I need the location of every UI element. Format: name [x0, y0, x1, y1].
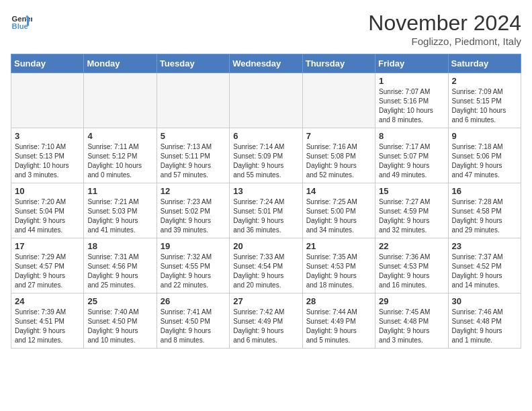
title-area: November 2024 Foglizzo, Piedmont, Italy	[368, 11, 521, 47]
cell-text: and 22 minutes.	[161, 281, 226, 290]
cell-text: and 8 minutes.	[379, 116, 444, 125]
cell-text: and 18 minutes.	[306, 281, 371, 290]
calendar-cell: 18Sunrise: 7:31 AMSunset: 4:56 PMDayligh…	[84, 238, 157, 293]
calendar-cell: 1Sunrise: 7:07 AMSunset: 5:16 PMDaylight…	[375, 73, 448, 128]
cell-text: Sunset: 4:53 PM	[379, 262, 444, 271]
cell-text: Sunset: 5:15 PM	[452, 97, 517, 106]
cell-text: Daylight: 9 hours	[379, 271, 444, 281]
cell-text: Sunset: 4:51 PM	[15, 317, 80, 326]
cell-text: Sunset: 5:08 PM	[306, 152, 371, 161]
calendar-cell: 10Sunrise: 7:20 AMSunset: 5:04 PMDayligh…	[11, 183, 84, 238]
day-number: 17	[15, 241, 80, 251]
cell-text: Sunrise: 7:13 AM	[161, 142, 226, 152]
calendar-cell: 21Sunrise: 7:35 AMSunset: 4:53 PMDayligh…	[302, 238, 375, 293]
cell-text: Sunset: 4:50 PM	[161, 317, 226, 326]
weekday-header-thursday: Thursday	[302, 54, 375, 73]
cell-text: Sunrise: 7:20 AM	[15, 197, 80, 207]
day-number: 10	[15, 186, 80, 196]
cell-text: Daylight: 10 hours	[379, 106, 444, 116]
day-number: 14	[306, 186, 371, 196]
cell-text: and 49 minutes.	[379, 171, 444, 180]
cell-text: Sunset: 5:16 PM	[379, 97, 444, 106]
cell-text: Sunrise: 7:36 AM	[379, 253, 444, 262]
cell-text: Sunrise: 7:09 AM	[452, 87, 517, 97]
cell-text: Sunset: 4:54 PM	[233, 262, 298, 271]
cell-text: Sunrise: 7:41 AM	[161, 308, 226, 317]
week-row-3: 17Sunrise: 7:29 AMSunset: 4:57 PMDayligh…	[11, 238, 521, 293]
cell-text: Sunset: 4:49 PM	[306, 317, 371, 326]
cell-text: Sunset: 5:07 PM	[379, 152, 444, 161]
calendar-cell: 8Sunrise: 7:17 AMSunset: 5:07 PMDaylight…	[375, 128, 448, 183]
calendar-cell: 9Sunrise: 7:18 AMSunset: 5:06 PMDaylight…	[448, 128, 521, 183]
weekday-header-wednesday: Wednesday	[230, 54, 302, 73]
day-number: 2	[452, 76, 517, 86]
day-number: 7	[306, 131, 371, 141]
cell-text: Sunrise: 7:39 AM	[15, 308, 80, 317]
day-number: 18	[87, 241, 152, 251]
cell-text: Daylight: 9 hours	[161, 271, 226, 281]
calendar-cell: 30Sunrise: 7:46 AMSunset: 4:48 PMDayligh…	[448, 293, 521, 349]
cell-text: Daylight: 9 hours	[87, 271, 152, 281]
cell-text: Daylight: 9 hours	[233, 161, 298, 171]
cell-text: Sunrise: 7:44 AM	[306, 308, 371, 317]
cell-text: Sunset: 5:01 PM	[233, 207, 298, 216]
calendar-cell: 4Sunrise: 7:11 AMSunset: 5:12 PMDaylight…	[84, 128, 157, 183]
cell-text: Daylight: 9 hours	[452, 326, 517, 336]
weekday-header-tuesday: Tuesday	[157, 54, 229, 73]
weekday-header-sunday: Sunday	[11, 54, 84, 73]
day-number: 21	[306, 241, 371, 251]
cell-text: and 27 minutes.	[15, 281, 80, 290]
cell-text: and 6 minutes.	[233, 336, 298, 345]
cell-text: Sunrise: 7:35 AM	[306, 253, 371, 262]
day-number: 22	[379, 241, 444, 251]
cell-text: Sunset: 5:04 PM	[15, 207, 80, 216]
calendar-cell	[230, 73, 302, 128]
cell-text: Sunset: 5:00 PM	[306, 207, 371, 216]
calendar-cell	[11, 73, 84, 128]
cell-text: Sunset: 4:52 PM	[452, 262, 517, 271]
calendar-cell	[84, 73, 157, 128]
calendar-table: SundayMondayTuesdayWednesdayThursdayFrid…	[11, 54, 521, 349]
cell-text: Sunrise: 7:24 AM	[233, 197, 298, 207]
calendar-cell: 29Sunrise: 7:45 AMSunset: 4:48 PMDayligh…	[375, 293, 448, 349]
cell-text: and 39 minutes.	[161, 226, 226, 235]
cell-text: and 34 minutes.	[306, 226, 371, 235]
cell-text: Daylight: 9 hours	[452, 216, 517, 226]
cell-text: Daylight: 9 hours	[306, 216, 371, 226]
day-number: 30	[452, 296, 517, 306]
cell-text: and 0 minutes.	[87, 171, 152, 180]
calendar-cell: 13Sunrise: 7:24 AMSunset: 5:01 PMDayligh…	[230, 183, 302, 238]
cell-text: Daylight: 10 hours	[452, 106, 517, 116]
cell-text: Sunset: 5:03 PM	[87, 207, 152, 216]
cell-text: Sunset: 5:02 PM	[161, 207, 226, 216]
cell-text: Sunrise: 7:21 AM	[87, 197, 152, 207]
cell-text: Daylight: 9 hours	[233, 326, 298, 336]
day-number: 4	[87, 131, 152, 141]
cell-text: Sunrise: 7:07 AM	[379, 87, 444, 97]
day-number: 19	[161, 241, 226, 251]
cell-text: Daylight: 9 hours	[452, 161, 517, 171]
cell-text: Sunrise: 7:18 AM	[452, 142, 517, 152]
month-title: November 2024	[368, 11, 521, 36]
calendar-cell: 24Sunrise: 7:39 AMSunset: 4:51 PMDayligh…	[11, 293, 84, 349]
cell-text: Sunrise: 7:29 AM	[15, 253, 80, 262]
svg-text:Blue: Blue	[12, 22, 28, 30]
weekday-header-row: SundayMondayTuesdayWednesdayThursdayFrid…	[11, 54, 521, 73]
calendar-cell: 14Sunrise: 7:25 AMSunset: 5:00 PMDayligh…	[302, 183, 375, 238]
cell-text: and 6 minutes.	[452, 116, 517, 125]
cell-text: Sunrise: 7:31 AM	[87, 253, 152, 262]
cell-text: Sunset: 5:12 PM	[87, 152, 152, 161]
cell-text: Sunset: 5:11 PM	[161, 152, 226, 161]
cell-text: Sunrise: 7:10 AM	[15, 142, 80, 152]
cell-text: Sunrise: 7:40 AM	[87, 308, 152, 317]
day-number: 8	[379, 131, 444, 141]
cell-text: Daylight: 9 hours	[233, 216, 298, 226]
calendar-cell: 12Sunrise: 7:23 AMSunset: 5:02 PMDayligh…	[157, 183, 229, 238]
cell-text: and 29 minutes.	[452, 226, 517, 235]
cell-text: Daylight: 9 hours	[15, 216, 80, 226]
cell-text: and 57 minutes.	[161, 171, 226, 180]
calendar-cell: 6Sunrise: 7:14 AMSunset: 5:09 PMDaylight…	[230, 128, 302, 183]
calendar-cell: 23Sunrise: 7:37 AMSunset: 4:52 PMDayligh…	[448, 238, 521, 293]
cell-text: Daylight: 9 hours	[161, 161, 226, 171]
day-number: 26	[161, 296, 226, 306]
